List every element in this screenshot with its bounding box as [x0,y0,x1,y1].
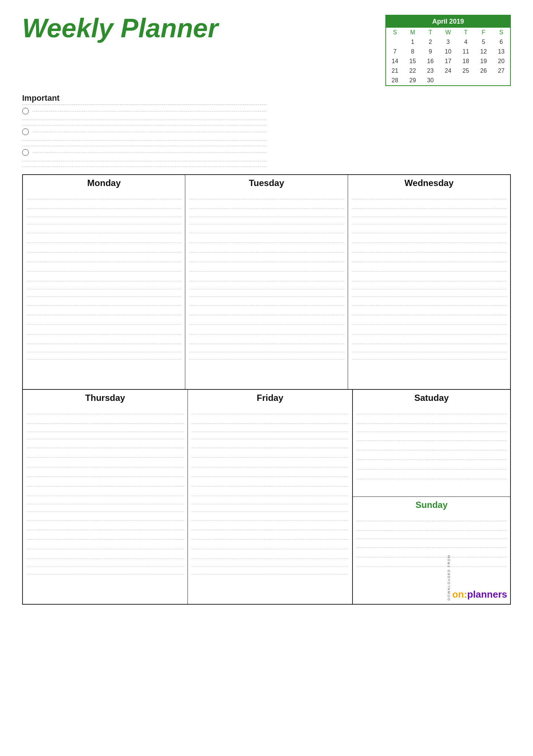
calendar-day [475,76,492,85]
calendar-day: 19 [475,56,492,66]
calendar-day [386,37,404,47]
calendar-day: 10 [439,47,457,56]
calendar-day: 1 [404,37,422,47]
circle-icon-1 [22,108,29,114]
calendar-week-row: 21222324252627 [386,66,510,76]
friday-cell: Friday [188,390,353,604]
calendar-day [492,76,510,85]
bottom-row: Thursday [23,390,510,604]
calendar-day: 24 [439,66,457,76]
wednesday-cell: Wednesday [348,175,510,389]
calendar-days-header: S M T W T F S [386,28,510,37]
brand-watermark: DOWNLOADED FROM on: planners [447,554,507,601]
monday-cell: Monday [23,175,185,389]
sunday-label: Sunday [357,500,506,510]
top-row: Monday [23,175,510,390]
important-line-1 [22,124,266,126]
mini-calendar: April 2019 S M T W T F S 123456789101112… [385,15,511,86]
calendar-day: 6 [492,37,510,47]
cal-header-t2: T [457,28,475,37]
saturday-cell: Satuday [353,390,510,497]
saturday-label: Satuday [357,393,506,403]
calendar-day: 2 [422,37,439,47]
calendar-month-year: April 2019 [386,16,510,28]
calendar-day: 18 [457,56,475,66]
monday-label: Monday [27,178,181,188]
calendar-day: 16 [422,56,439,66]
brand-name: on: planners [452,589,507,600]
calendar-week-row: 123456 [386,37,510,47]
calendar-day: 20 [492,56,510,66]
calendar-day: 7 [386,47,404,56]
important-section: Important [22,93,266,167]
calendar-day: 26 [475,66,492,76]
tuesday-lines [189,192,344,360]
monday-lines [27,192,181,360]
calendar-day: 15 [404,56,422,66]
calendar-day: 25 [457,66,475,76]
cal-header-s2: S [492,28,510,37]
calendar-day: 27 [492,66,510,76]
important-item-3 [22,149,266,161]
calendar-table: S M T W T F S 12345678910111213141516171… [386,28,510,85]
important-line-2 [22,144,266,146]
thursday-lines [27,407,184,574]
calendar-day: 21 [386,66,404,76]
calendar-day: 8 [404,47,422,56]
important-item-2 [22,128,266,141]
calendar-day: 3 [439,37,457,47]
calendar-day: 22 [404,66,422,76]
calendar-week-row: 14151617181920 [386,56,510,66]
friday-label: Friday [192,393,349,403]
brand-planners: planners [467,589,507,600]
friday-lines [192,407,349,574]
important-label: Important [22,93,266,105]
calendar-day: 5 [475,37,492,47]
calendar-day [457,76,475,85]
important-item-1 [22,108,266,120]
calendar-week-row: 78910111213 [386,47,510,56]
calendar-day: 30 [422,76,439,85]
calendar-day: 11 [457,47,475,56]
calendar-day: 9 [422,47,439,56]
page-title: Weekly Planner [22,15,218,41]
calendar-week-row: 282930 [386,76,510,85]
calendar-day: 12 [475,47,492,56]
cal-header-m: M [404,28,422,37]
wednesday-label: Wednesday [352,178,506,188]
cal-header-w: W [439,28,457,37]
page-header: Weekly Planner April 2019 S M T W T F S … [22,15,511,86]
important-line-3 [22,165,266,167]
circle-icon-3 [22,149,29,156]
weekly-grid: Monday [22,174,511,605]
calendar-body: 1234567891011121314151617181920212223242… [386,37,510,85]
thursday-label: Thursday [27,393,184,403]
brand-on: on: [452,589,467,600]
calendar-day: 17 [439,56,457,66]
saturday-lines [357,407,506,479]
tuesday-label: Tuesday [189,178,344,188]
tuesday-cell: Tuesday [185,175,348,389]
calendar-day: 28 [386,76,404,85]
cal-header-f: F [475,28,492,37]
wednesday-lines [352,192,506,360]
cal-header-t1: T [422,28,439,37]
calendar-day: 23 [422,66,439,76]
calendar-day: 14 [386,56,404,66]
calendar-day: 4 [457,37,475,47]
circle-icon-2 [22,128,29,135]
cal-header-s1: S [386,28,404,37]
calendar-day: 29 [404,76,422,85]
calendar-day [439,76,457,85]
calendar-day: 13 [492,47,510,56]
thursday-cell: Thursday [23,390,188,604]
sunday-cell: Sunday DOWNLOADED FROM on: planne [353,497,510,604]
downloaded-from-text: DOWNLOADED FROM [447,554,451,601]
saturday-sunday-cell: Satuday Sunday [353,390,510,604]
